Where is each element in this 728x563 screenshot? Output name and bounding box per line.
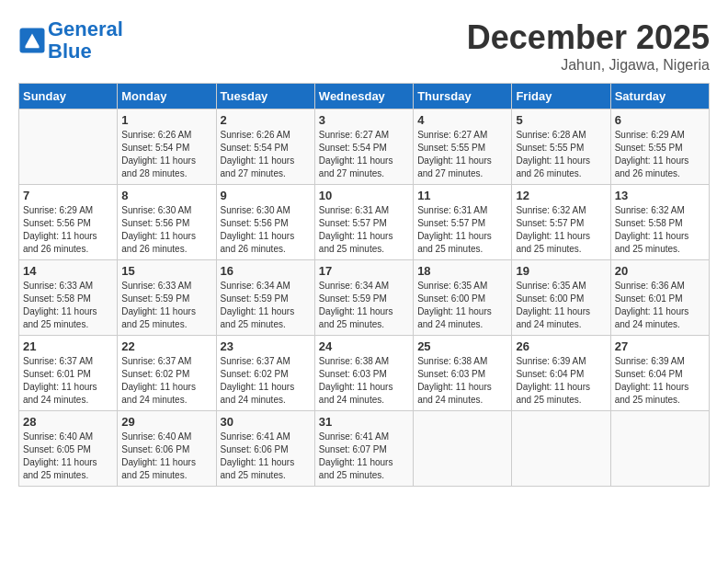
day-number: 1 (121, 113, 211, 127)
day-info: Sunrise: 6:37 AMSunset: 6:02 PMDaylight:… (221, 355, 311, 407)
day-number: 24 (319, 339, 409, 353)
day-number: 26 (516, 339, 606, 353)
day-info: Sunrise: 6:38 AMSunset: 6:03 PMDaylight:… (417, 355, 507, 407)
day-number: 27 (615, 339, 705, 353)
day-info: Sunrise: 6:30 AMSunset: 5:56 PMDaylight:… (121, 204, 211, 256)
day-number: 30 (221, 415, 311, 429)
calendar-cell (414, 411, 512, 487)
calendar-cell: 17Sunrise: 6:34 AMSunset: 5:59 PMDayligh… (314, 260, 413, 336)
day-info: Sunrise: 6:27 AMSunset: 5:55 PMDaylight:… (417, 129, 507, 180)
page-header: General Blue December 2025 Jahun, Jigawa… (18, 18, 710, 74)
logo-line2: Blue (48, 40, 92, 63)
day-number: 13 (615, 189, 705, 202)
day-info: Sunrise: 6:32 AMSunset: 5:58 PMDaylight:… (615, 204, 705, 256)
day-info: Sunrise: 6:33 AMSunset: 5:58 PMDaylight:… (23, 280, 113, 331)
header-row: SundayMondayTuesdayWednesdayThursdayFrid… (19, 84, 710, 109)
day-info: Sunrise: 6:40 AMSunset: 6:05 PMDaylight:… (23, 431, 113, 482)
week-row-4: 21Sunrise: 6:37 AMSunset: 6:01 PMDayligh… (19, 336, 710, 411)
calendar-cell: 23Sunrise: 6:37 AMSunset: 6:02 PMDayligh… (216, 336, 314, 411)
week-row-2: 7Sunrise: 6:29 AMSunset: 5:56 PMDaylight… (19, 185, 710, 260)
title-block: December 2025 Jahun, Jigawa, Nigeria (467, 18, 710, 74)
day-info: Sunrise: 6:32 AMSunset: 5:57 PMDaylight:… (516, 204, 606, 256)
day-info: Sunrise: 6:34 AMSunset: 5:59 PMDaylight:… (319, 280, 409, 331)
day-info: Sunrise: 6:34 AMSunset: 5:59 PMDaylight:… (221, 280, 311, 331)
calendar-cell: 6Sunrise: 6:29 AMSunset: 5:55 PMDaylight… (610, 109, 709, 185)
calendar-cell: 4Sunrise: 6:27 AMSunset: 5:55 PMDaylight… (414, 109, 512, 185)
day-header-wednesday: Wednesday (314, 84, 413, 109)
logo: General Blue (18, 18, 123, 63)
day-number: 2 (221, 113, 311, 127)
day-number: 22 (121, 339, 211, 353)
day-info: Sunrise: 6:39 AMSunset: 6:04 PMDaylight:… (615, 355, 705, 407)
day-info: Sunrise: 6:40 AMSunset: 6:06 PMDaylight:… (121, 431, 211, 482)
svg-rect-2 (26, 46, 40, 48)
calendar-cell (512, 411, 610, 487)
calendar-cell: 25Sunrise: 6:38 AMSunset: 6:03 PMDayligh… (414, 336, 512, 411)
month-title: December 2025 (467, 18, 710, 57)
day-number: 31 (319, 415, 409, 429)
day-number: 3 (319, 113, 409, 127)
calendar-cell: 8Sunrise: 6:30 AMSunset: 5:56 PMDaylight… (118, 185, 216, 260)
day-number: 10 (319, 189, 409, 202)
day-number: 20 (615, 264, 705, 278)
calendar-cell: 5Sunrise: 6:28 AMSunset: 5:55 PMDaylight… (512, 109, 610, 185)
day-number: 7 (23, 189, 113, 202)
calendar-cell: 1Sunrise: 6:26 AMSunset: 5:54 PMDaylight… (118, 109, 216, 185)
day-info: Sunrise: 6:39 AMSunset: 6:04 PMDaylight:… (516, 355, 606, 407)
calendar-cell: 21Sunrise: 6:37 AMSunset: 6:01 PMDayligh… (19, 336, 118, 411)
day-number: 14 (23, 264, 113, 278)
day-info: Sunrise: 6:35 AMSunset: 6:00 PMDaylight:… (417, 280, 507, 331)
day-number: 25 (417, 339, 507, 353)
calendar-cell: 11Sunrise: 6:31 AMSunset: 5:57 PMDayligh… (414, 185, 512, 260)
week-row-5: 28Sunrise: 6:40 AMSunset: 6:05 PMDayligh… (19, 411, 710, 487)
day-info: Sunrise: 6:35 AMSunset: 6:00 PMDaylight:… (516, 280, 606, 331)
day-number: 15 (121, 264, 211, 278)
day-number: 8 (121, 189, 211, 202)
day-number: 21 (23, 339, 113, 353)
calendar-cell: 2Sunrise: 6:26 AMSunset: 5:54 PMDaylight… (216, 109, 314, 185)
calendar-cell: 15Sunrise: 6:33 AMSunset: 5:59 PMDayligh… (118, 260, 216, 336)
calendar-cell: 30Sunrise: 6:41 AMSunset: 6:06 PMDayligh… (216, 411, 314, 487)
day-info: Sunrise: 6:30 AMSunset: 5:56 PMDaylight:… (221, 204, 311, 256)
calendar-cell: 13Sunrise: 6:32 AMSunset: 5:58 PMDayligh… (610, 185, 709, 260)
day-info: Sunrise: 6:26 AMSunset: 5:54 PMDaylight:… (121, 129, 211, 180)
day-header-thursday: Thursday (414, 84, 512, 109)
day-number: 23 (221, 339, 311, 353)
calendar-cell: 12Sunrise: 6:32 AMSunset: 5:57 PMDayligh… (512, 185, 610, 260)
calendar-cell: 27Sunrise: 6:39 AMSunset: 6:04 PMDayligh… (610, 336, 709, 411)
calendar-cell: 3Sunrise: 6:27 AMSunset: 5:54 PMDaylight… (314, 109, 413, 185)
day-number: 28 (23, 415, 113, 429)
day-number: 19 (516, 264, 606, 278)
day-number: 18 (417, 264, 507, 278)
day-info: Sunrise: 6:29 AMSunset: 5:56 PMDaylight:… (23, 204, 113, 256)
day-header-saturday: Saturday (610, 84, 709, 109)
calendar-cell: 28Sunrise: 6:40 AMSunset: 6:05 PMDayligh… (19, 411, 118, 487)
day-info: Sunrise: 6:41 AMSunset: 6:06 PMDaylight:… (221, 431, 311, 482)
calendar-cell: 31Sunrise: 6:41 AMSunset: 6:07 PMDayligh… (314, 411, 413, 487)
calendar-cell: 19Sunrise: 6:35 AMSunset: 6:00 PMDayligh… (512, 260, 610, 336)
calendar-cell: 20Sunrise: 6:36 AMSunset: 6:01 PMDayligh… (610, 260, 709, 336)
day-number: 17 (319, 264, 409, 278)
day-info: Sunrise: 6:38 AMSunset: 6:03 PMDaylight:… (319, 355, 409, 407)
day-info: Sunrise: 6:29 AMSunset: 5:55 PMDaylight:… (615, 129, 705, 180)
calendar-cell: 16Sunrise: 6:34 AMSunset: 5:59 PMDayligh… (216, 260, 314, 336)
calendar-cell: 26Sunrise: 6:39 AMSunset: 6:04 PMDayligh… (512, 336, 610, 411)
day-info: Sunrise: 6:26 AMSunset: 5:54 PMDaylight:… (221, 129, 311, 180)
day-number: 9 (221, 189, 311, 202)
calendar-cell: 7Sunrise: 6:29 AMSunset: 5:56 PMDaylight… (19, 185, 118, 260)
calendar-cell: 22Sunrise: 6:37 AMSunset: 6:02 PMDayligh… (118, 336, 216, 411)
day-info: Sunrise: 6:41 AMSunset: 6:07 PMDaylight:… (319, 431, 409, 482)
day-info: Sunrise: 6:31 AMSunset: 5:57 PMDaylight:… (417, 204, 507, 256)
calendar-cell (610, 411, 709, 487)
week-row-3: 14Sunrise: 6:33 AMSunset: 5:58 PMDayligh… (19, 260, 710, 336)
calendar-cell: 9Sunrise: 6:30 AMSunset: 5:56 PMDaylight… (216, 185, 314, 260)
day-number: 12 (516, 189, 606, 202)
location: Jahun, Jigawa, Nigeria (467, 57, 710, 74)
day-number: 6 (615, 113, 705, 127)
day-info: Sunrise: 6:27 AMSunset: 5:54 PMDaylight:… (319, 129, 409, 180)
logo-line1: General (48, 17, 123, 40)
day-number: 5 (516, 113, 606, 127)
calendar-cell: 10Sunrise: 6:31 AMSunset: 5:57 PMDayligh… (314, 185, 413, 260)
week-row-1: 1Sunrise: 6:26 AMSunset: 5:54 PMDaylight… (19, 109, 710, 185)
day-header-tuesday: Tuesday (216, 84, 314, 109)
